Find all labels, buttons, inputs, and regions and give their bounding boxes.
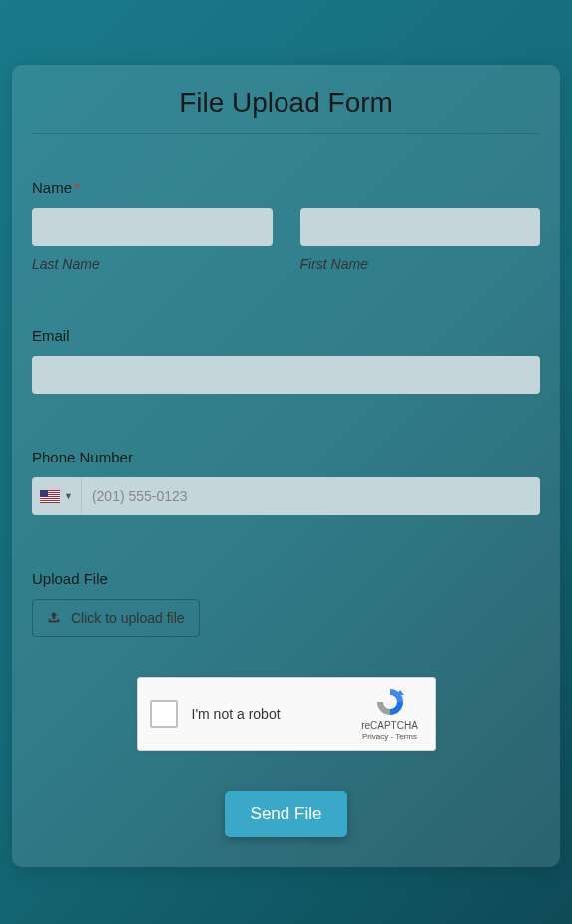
upload-button[interactable]: Click to upload file — [32, 599, 200, 637]
last-name-col: Last Name — [32, 208, 273, 272]
country-select[interactable]: ▼ — [32, 477, 82, 515]
form-card: File Upload Form Name* Last Name First N… — [12, 65, 560, 867]
recaptcha-branding: reCAPTCHA Privacy - Terms — [357, 686, 423, 741]
email-field-group: Email — [32, 327, 540, 394]
recaptcha-links[interactable]: Privacy - Terms — [357, 732, 423, 741]
phone-input[interactable] — [82, 477, 540, 515]
recaptcha-label: I'm not a robot — [192, 706, 281, 722]
name-field-group: Name* Last Name First Name — [32, 179, 540, 272]
upload-field-group: Upload File Click to upload file — [32, 570, 540, 637]
recaptcha-checkbox[interactable] — [150, 700, 178, 728]
svg-rect-10 — [58, 619, 60, 621]
email-label: Email — [32, 327, 540, 344]
svg-rect-8 — [49, 621, 60, 623]
svg-rect-6 — [40, 501, 60, 502]
name-label: Name* — [32, 179, 540, 196]
recaptcha-brand: reCAPTCHA — [357, 720, 423, 731]
chevron-down-icon: ▼ — [64, 491, 73, 501]
required-star: * — [74, 179, 80, 196]
page-title: File Upload Form — [32, 87, 540, 134]
recaptcha-icon — [374, 686, 406, 718]
svg-rect-9 — [49, 619, 51, 621]
upload-button-label: Click to upload file — [71, 610, 185, 626]
upload-label: Upload File — [32, 570, 540, 587]
svg-rect-4 — [40, 497, 60, 498]
first-name-col: First Name — [300, 208, 541, 272]
svg-rect-5 — [40, 499, 60, 500]
us-flag-icon — [40, 490, 60, 503]
submit-button[interactable]: Send File — [225, 791, 348, 837]
upload-icon — [47, 611, 61, 625]
phone-field-group: Phone Number ▼ — [32, 449, 540, 515]
last-name-input[interactable] — [32, 208, 273, 246]
name-label-text: Name — [32, 179, 72, 196]
first-name-sublabel: First Name — [300, 256, 541, 272]
phone-label: Phone Number — [32, 449, 540, 465]
email-input[interactable] — [32, 356, 540, 394]
phone-wrapper: ▼ — [32, 477, 540, 515]
first-name-input[interactable] — [300, 208, 541, 246]
svg-rect-7 — [40, 490, 48, 497]
recaptcha-box: I'm not a robot reCAPTCHA Privacy - Term… — [137, 677, 436, 751]
name-row: Last Name First Name — [32, 208, 540, 272]
last-name-sublabel: Last Name — [32, 256, 273, 272]
